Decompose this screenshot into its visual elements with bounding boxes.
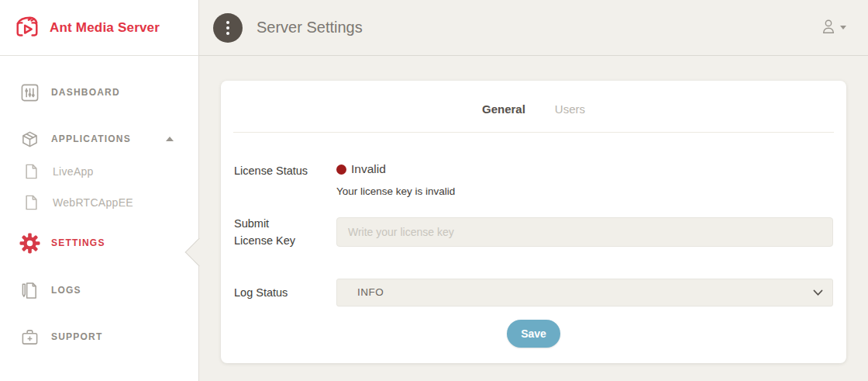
license-status-line: Invalid <box>336 162 833 176</box>
tabs-divider <box>233 132 834 133</box>
user-menu[interactable] <box>820 18 846 38</box>
sidebar-item-dashboard[interactable]: DASHBOARD <box>0 78 198 107</box>
sidebar-item-label: SUPPORT <box>51 331 102 342</box>
kebab-menu-button[interactable] <box>213 13 243 43</box>
status-dot-icon <box>336 165 346 175</box>
sidebar-item-webrtcappee[interactable]: WebRTCAppEE <box>0 189 198 216</box>
sidebar-item-label: DASHBOARD <box>51 87 120 98</box>
log-file-icon <box>19 282 40 300</box>
license-key-row: Submit License Key <box>234 215 833 250</box>
log-status-select[interactable]: INFO <box>336 279 833 307</box>
sidebar-item-applications[interactable]: APPLICATIONS <box>0 124 198 154</box>
ant-media-logo-icon <box>11 12 43 43</box>
license-key-label: Submit License Key <box>234 215 336 250</box>
chevron-down-icon <box>840 26 846 29</box>
collapse-caret-icon <box>166 137 174 141</box>
log-status-label: Log Status <box>234 284 336 301</box>
license-status-row: License Status Invalid Your license key … <box>234 162 833 197</box>
sidebar-item-support[interactable]: SUPPORT <box>0 322 198 352</box>
user-icon <box>820 18 837 38</box>
chevron-down-icon <box>813 286 823 300</box>
sidebar-item-label: LOGS <box>51 285 81 296</box>
sidebar-nav: DASHBOARD APPLICATIONS LiveAp <box>0 56 198 352</box>
log-status-value: INFO <box>357 286 384 298</box>
sidebar-item-label: LiveApp <box>53 165 94 178</box>
server-settings-form: License Status Invalid Your license key … <box>221 162 846 348</box>
license-status-description: Your license key is invalid <box>336 185 833 197</box>
content-area: General Users License Status Invalid You… <box>199 56 868 381</box>
page-title: Server Settings <box>257 19 363 36</box>
license-key-input[interactable] <box>336 217 833 247</box>
sidebar-item-label: WebRTCAppEE <box>53 196 133 209</box>
brand-logo[interactable]: Ant Media Server <box>0 0 198 56</box>
license-status-label: License Status <box>234 162 336 179</box>
support-kit-icon <box>19 328 40 346</box>
gear-icon <box>19 233 40 254</box>
brand-name: Ant Media Server <box>50 20 160 36</box>
sidebar-item-liveapp[interactable]: LiveApp <box>0 158 198 185</box>
sidebar-item-logs[interactable]: LOGS <box>0 275 198 305</box>
sidebar: Ant Media Server DASHBOARD <box>0 0 199 381</box>
save-row: Save <box>234 320 833 348</box>
file-icon <box>20 195 42 210</box>
file-icon <box>20 164 42 179</box>
sidebar-item-label: APPLICATIONS <box>51 133 131 144</box>
tab-general[interactable]: General <box>482 102 525 116</box>
sidebar-item-label: SETTINGS <box>51 237 105 248</box>
kebab-dot <box>226 32 229 35</box>
settings-card: General Users License Status Invalid You… <box>221 81 846 363</box>
main-area: Server Settings General Users License St… <box>199 0 868 381</box>
package-icon <box>19 130 40 148</box>
log-status-row: Log Status INFO <box>234 279 833 307</box>
license-status-value: Invalid <box>351 162 386 176</box>
sidebar-item-settings[interactable]: SETTINGS <box>0 228 198 258</box>
settings-tabs: General Users <box>221 81 846 116</box>
kebab-dot <box>226 21 229 24</box>
kebab-dot <box>226 26 229 29</box>
save-button[interactable]: Save <box>507 320 560 348</box>
sliders-icon <box>19 84 40 102</box>
tab-users[interactable]: Users <box>555 102 585 116</box>
top-bar: Server Settings <box>199 0 868 56</box>
